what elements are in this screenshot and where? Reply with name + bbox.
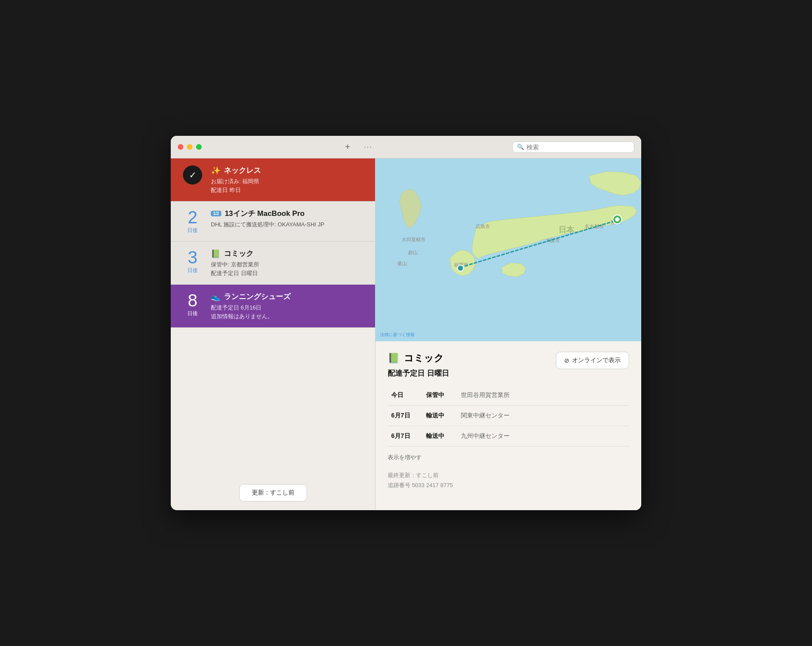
pkg-info-comic: 📗 コミック 保管中: 京都営業所 配達予定日 日曜日 (206, 249, 366, 277)
tracking-row-1: 今日 保管中 世田谷用賀営業所 (388, 385, 629, 406)
tracking-status-1: 保管中 (423, 385, 457, 406)
svg-text:名古屋市: 名古屋市 (585, 224, 604, 229)
tracking-status-2: 輸送中 (423, 406, 457, 426)
map-legal-text: 法律に基づく情報 (380, 332, 415, 338)
tracking-location-1: 世田谷用賀営業所 (457, 385, 629, 406)
comic-emoji: 📗 (211, 249, 220, 259)
macbook-day-label: 日後 (187, 227, 198, 234)
necklace-subtitle2: 配達日 昨日 (211, 186, 366, 195)
shoes-title: ランニングシューズ (224, 292, 291, 302)
svg-point-11 (457, 265, 464, 271)
shoes-subtitle2: 追加情報はありません。 (211, 312, 366, 321)
main-content: ✓ ✨ ネックレス お届け済み: 福岡県 配達日 昨日 2 日後 (171, 158, 641, 510)
left-panel: ✓ ✨ ネックレス お届け済み: 福岡県 配達日 昨日 2 日後 (171, 158, 376, 510)
compass-icon: ⊘ (564, 357, 569, 364)
tracking-row-2: 6月7日 輸送中 関東中継センター (388, 406, 629, 426)
comic-day-label: 日後 (187, 267, 198, 274)
app-window: + ··· 🔍 ✓ ✨ ネックレス お届け済み: 福岡県 (171, 136, 641, 510)
package-macbook[interactable]: 2 日後 1/2 13インチ MacBook Pro DHL 施設にて搬送処理中… (171, 202, 375, 242)
search-bar: 🔍 (512, 141, 634, 153)
package-comic[interactable]: 3 日後 📗 コミック 保管中: 京都営業所 配達予定日 日曜日 (171, 242, 375, 285)
shoes-day-label: 日後 (187, 310, 198, 317)
right-panel: 日本 東京 名古屋市 大阪市 福岡市 広島市 大邱直轄市 釜山 蔚山 (376, 158, 641, 510)
svg-text:広島市: 広島市 (476, 224, 490, 229)
svg-point-13 (615, 217, 619, 222)
traffic-lights (178, 144, 202, 150)
svg-text:日本: 日本 (558, 225, 575, 234)
shoes-day-number: 8 (188, 292, 197, 309)
refresh-container: 更新：すこし前 (171, 475, 375, 510)
add-button[interactable]: + (342, 140, 354, 154)
detail-footer: 最終更新：すこし前 追跡番号 5033 2417 8775 (388, 470, 629, 491)
close-button[interactable] (178, 144, 183, 150)
pkg-info-macbook: 1/2 13インチ MacBook Pro DHL 施設にて搬送処理中: OKA… (206, 209, 366, 229)
pkg-info-shoes: 👟 ランニングシューズ 配達予定日 6月16日 追加情報はありません。 (206, 292, 366, 320)
online-btn-label: オンラインで表示 (572, 357, 621, 364)
map-svg: 日本 東京 名古屋市 大阪市 福岡市 広島市 大邱直轄市 釜山 蔚山 (376, 158, 641, 341)
comic-subtitle1: 保管中: 京都営業所 (211, 260, 366, 269)
necklace-title: ネックレス (224, 165, 261, 175)
refresh-button[interactable]: 更新：すこし前 (239, 484, 307, 501)
show-more-link[interactable]: 表示を増やす (388, 454, 629, 461)
minimize-button[interactable] (187, 144, 193, 150)
pkg-status-comic: 3 日後 (179, 249, 206, 274)
svg-text:蔚山: 蔚山 (408, 250, 418, 255)
package-necklace[interactable]: ✓ ✨ ネックレス お届け済み: 福岡県 配達日 昨日 (171, 158, 375, 202)
tracking-location-2: 関東中継センター (457, 406, 629, 426)
detail-title-row: 📗 コミック (388, 352, 449, 365)
svg-text:釜山: 釜山 (397, 261, 407, 266)
svg-text:大邱直轄市: 大邱直轄市 (402, 237, 426, 242)
titlebar: + ··· 🔍 (171, 136, 641, 158)
detail-header: 📗 コミック 配達予定日 日曜日 ⊘ オンラインで表示 (388, 352, 629, 378)
tracking-number-label: 追跡番号 (388, 482, 410, 488)
detail-title-section: 📗 コミック 配達予定日 日曜日 (388, 352, 449, 378)
tracking-location-3: 九州中継センター (457, 426, 629, 447)
comic-subtitle2: 配達予定日 日曜日 (211, 269, 366, 278)
tracking-date-2: 6月7日 (388, 406, 423, 426)
tracking-table: 今日 保管中 世田谷用賀営業所 6月7日 輸送中 関東中継センター 6月7日 輸… (388, 385, 629, 447)
tracking-number-value: 5033 2417 8775 (412, 482, 453, 488)
map-container: 日本 東京 名古屋市 大阪市 福岡市 広島市 大邱直轄市 釜山 蔚山 (376, 158, 641, 341)
pkg-status-macbook: 2 日後 (179, 209, 206, 234)
tracking-row-3: 6月7日 輸送中 九州中継センター (388, 426, 629, 447)
search-input[interactable] (527, 144, 629, 151)
search-icon: 🔍 (517, 144, 524, 150)
last-updated-text: 最終更新：すこし前 (388, 470, 629, 480)
pkg-info-necklace: ✨ ネックレス お届け済み: 福岡県 配達日 昨日 (206, 165, 366, 194)
online-view-button[interactable]: ⊘ オンラインで表示 (556, 352, 629, 369)
necklace-emoji: ✨ (211, 166, 220, 175)
pkg-status-shoes: 8 日後 (179, 292, 206, 317)
necklace-subtitle1: お届け済み: 福岡県 (211, 177, 366, 186)
shoes-subtitle1: 配達予定日 6月16日 (211, 303, 366, 312)
delivered-check-icon: ✓ (183, 165, 202, 185)
detail-title: コミック (404, 352, 444, 365)
shoes-emoji: 👟 (211, 292, 220, 302)
macbook-badge: 1/2 (211, 211, 221, 216)
comic-title: コミック (224, 249, 254, 259)
more-button[interactable]: ··· (364, 143, 372, 151)
tracking-date-3: 6月7日 (388, 426, 423, 447)
macbook-title: 13インチ MacBook Pro (225, 209, 304, 219)
detail-panel: 📗 コミック 配達予定日 日曜日 ⊘ オンラインで表示 今日 保 (376, 341, 641, 510)
detail-icon: 📗 (388, 353, 399, 364)
macbook-day-number: 2 (188, 209, 197, 226)
detail-delivery-label: 配達予定日 日曜日 (388, 368, 449, 378)
tracking-number-row: 追跡番号 5033 2417 8775 (388, 480, 629, 490)
package-shoes[interactable]: 8 日後 👟 ランニングシューズ 配達予定日 6月16日 追加情報はありません。 (171, 285, 375, 328)
maximize-button[interactable] (196, 144, 202, 150)
macbook-subtitle1: DHL 施設にて搬送処理中: OKAYAMA-SHI JP (211, 220, 366, 229)
comic-day-number: 3 (188, 249, 197, 266)
tracking-status-3: 輸送中 (423, 426, 457, 447)
pkg-status-necklace: ✓ (179, 165, 206, 185)
tracking-date-1: 今日 (388, 385, 423, 406)
